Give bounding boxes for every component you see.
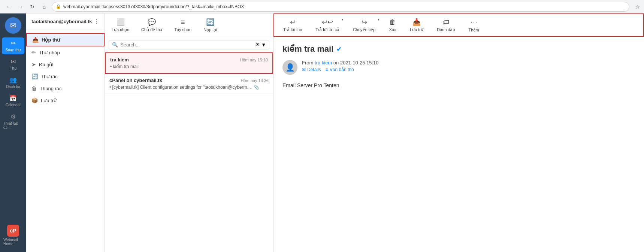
- email-detail-panel: ↩ Trả lời thu ↩↩ Trả lời tất cả ▼ ↪ Chuy…: [273, 13, 644, 252]
- reply-all-icon: ↩↩: [322, 18, 333, 26]
- email-item-1[interactable]: tra kiem Hôm nay 15:10 kiểm tra mail: [105, 52, 273, 74]
- dropdown-icon[interactable]: ▼: [261, 42, 266, 48]
- options-button[interactable]: ≡ Tuỳ chọn: [172, 17, 195, 34]
- sidebar-item-compose[interactable]: ✏ Soạn thư: [2, 37, 24, 54]
- email-list-panel: ⬜ Lựa chọn 💬 Chủ đề thư ≡ Tuỳ chọn 🔄 Nạp…: [105, 13, 273, 252]
- van-ban-tho-link[interactable]: ≡ Văn bản thô: [326, 67, 354, 72]
- search-bar: 🔍 ✉ ▼: [109, 40, 269, 49]
- archive-folder-icon: 📦: [31, 97, 38, 103]
- email-items: tra kiem Hôm nay 15:10 kiểm tra mail cPa…: [105, 52, 273, 252]
- folder-list: 📥 Hộp thư ✏ Thư nháp ➤ Đã gửi 🔄 Thư rác …: [26, 30, 105, 252]
- home-button[interactable]: ⌂: [40, 2, 49, 11]
- webmail-logo: cP: [7, 225, 19, 237]
- search-input[interactable]: [120, 42, 253, 48]
- settings-icon: ⚙: [10, 113, 16, 120]
- filter-icon[interactable]: ✉: [256, 42, 260, 48]
- mark-label: Đánh dấu: [437, 27, 455, 32]
- delete-label: Xóa: [389, 27, 396, 32]
- reply-all-dropdown-icon: ▼: [341, 18, 344, 21]
- subjects-label: Chủ đề thư: [141, 27, 162, 32]
- folder-sidebar: taotaikhoan@cybermail.tk ⋮ 📥 Hộp thư ✏ T…: [26, 13, 105, 252]
- folder-item-trash[interactable]: 🗑 Thùng rác: [26, 82, 105, 94]
- mark-button[interactable]: 🏷 Đánh dấu: [434, 17, 458, 34]
- address-bar[interactable]: 🔒 webmail.cybermail.tk/cpsess8013743030/…: [52, 2, 629, 12]
- email-item-2[interactable]: cPanel on cybermail.tk Hôm nay 13:36 [cy…: [105, 74, 273, 94]
- subjects-icon: 💬: [148, 18, 156, 26]
- forward-button[interactable]: →: [16, 2, 25, 11]
- browser-chrome: ← → ↻ ⌂ 🔒 webmail.cybermail.tk/cpsess801…: [0, 0, 644, 13]
- from-line: From tra kiem on 2021-10-25 15:10: [302, 60, 379, 66]
- email-subject-2: [cybermail.tk] Client configuration sett…: [109, 85, 269, 90]
- account-menu-button[interactable]: ⋮: [93, 18, 99, 25]
- sidebar-item-settings-label: Thiết lập cấ...: [3, 121, 23, 130]
- inbox-icon: 📥: [32, 37, 39, 43]
- sidebar-item-webmail-label: Webmail Home: [3, 238, 23, 246]
- more-icon: ⋯: [471, 18, 477, 27]
- reply-button[interactable]: ↩ Trả lời thu: [280, 16, 305, 34]
- account-email: taotaikhoan@cybermail.tk: [31, 19, 92, 24]
- email-subject-heading: kiểm tra mail: [282, 44, 333, 54]
- sidebar-item-mail[interactable]: ✉ Thư: [2, 56, 24, 73]
- details-label: Details: [307, 67, 321, 72]
- search-icons: ✉ ▼: [256, 42, 266, 48]
- reload-button[interactable]: ↻: [28, 2, 37, 11]
- meta-info: From tra kiem on 2021-10-25 15:10 ✉ Deta…: [302, 60, 379, 72]
- folder-drafts-label: Thư nháp: [39, 50, 60, 55]
- delete-icon: 🗑: [389, 18, 396, 26]
- details-link[interactable]: ✉ Details: [302, 67, 321, 72]
- folder-item-sent[interactable]: ➤ Đã gửi: [26, 58, 105, 70]
- folder-sent-label: Đã gửi: [39, 62, 53, 67]
- trash-icon: 🗑: [31, 85, 37, 91]
- folder-item-archive[interactable]: 📦 Lưu trữ: [26, 94, 105, 106]
- forward-button[interactable]: ↪ Chuyển tiếp ▼: [350, 16, 378, 34]
- calendar-icon: 📅: [9, 95, 17, 102]
- from-name[interactable]: tra kiem: [315, 60, 332, 66]
- sidebar-item-settings[interactable]: ⚙ Thiết lập cấ...: [2, 111, 24, 132]
- attachment-icon: 📎: [254, 85, 259, 90]
- sidebar-item-calendar-label: Calendar: [6, 103, 21, 107]
- reply-label: Trả lời thu: [283, 27, 302, 32]
- folder-header: taotaikhoan@cybermail.tk ⋮: [26, 13, 105, 30]
- folder-item-inbox[interactable]: 📥 Hộp thư: [26, 33, 105, 46]
- sidebar-item-contacts-label: Danh bạ: [6, 85, 20, 89]
- sidebar-item-webmail[interactable]: cP Webmail Home: [2, 222, 24, 248]
- detail-toolbar: ↩ Trả lời thu ↩↩ Trả lời tất cả ▼ ↪ Chuy…: [273, 13, 644, 37]
- folder-item-drafts[interactable]: ✏ Thư nháp: [26, 46, 105, 58]
- select-icon: ⬜: [117, 18, 125, 26]
- options-icon: ≡: [181, 18, 185, 26]
- junk-icon: 🔄: [31, 73, 38, 79]
- email-time-1: Hôm nay 15:10: [240, 58, 268, 62]
- van-ban-tho-icon: ≡: [326, 67, 328, 72]
- reply-all-button[interactable]: ↩↩ Trả lời tất cả ▼: [312, 16, 342, 34]
- forward-icon: ↪: [362, 18, 367, 26]
- folder-trash-label: Thùng rác: [40, 86, 62, 91]
- archive-icon: 📥: [412, 18, 421, 26]
- folder-item-junk[interactable]: 🔄 Thư rác: [26, 70, 105, 82]
- more-button[interactable]: ⋯ Thêm: [466, 17, 482, 34]
- bookmark-star-icon[interactable]: ☆: [635, 4, 640, 10]
- sidebar-item-contacts[interactable]: 👥 Danh bạ: [2, 74, 24, 91]
- delete-button[interactable]: 🗑 Xóa: [386, 17, 399, 33]
- app-container: ✉ ✏ Soạn thư ✉ Thư 👥 Danh bạ 📅 Calendar …: [0, 13, 644, 252]
- back-button[interactable]: ←: [4, 2, 13, 11]
- meta-links: ✉ Details ≡ Văn bản thô: [302, 67, 379, 72]
- email-sender-2: cPanel on cybermail.tk: [109, 78, 162, 83]
- refresh-label: Nạp lại: [203, 27, 217, 32]
- lock-icon: 🔒: [56, 4, 61, 9]
- subjects-button[interactable]: 💬 Chủ đề thư: [138, 16, 165, 34]
- verified-icon: ✔: [336, 46, 341, 53]
- archive-label: Lưu trữ: [410, 27, 423, 32]
- reply-all-label: Trả lời tất cả: [315, 27, 339, 32]
- select-label: Lựa chọn: [112, 27, 129, 32]
- from-label: From: [302, 60, 313, 66]
- select-button[interactable]: ⬜ Lựa chọn: [109, 16, 132, 34]
- email-body: Email Server Pro Tenten: [282, 82, 635, 88]
- forward-label: Chuyển tiếp: [353, 27, 375, 32]
- app-nav-sidebar: ✉ ✏ Soạn thư ✉ Thư 👥 Danh bạ 📅 Calendar …: [0, 13, 26, 252]
- sender-avatar: 👤: [282, 60, 297, 75]
- archive-button[interactable]: 📥 Lưu trữ: [407, 16, 426, 34]
- more-label: Thêm: [469, 28, 479, 32]
- sidebar-item-calendar[interactable]: 📅 Calendar: [2, 92, 24, 109]
- refresh-button[interactable]: 🔄 Nạp lại: [200, 16, 220, 34]
- from-on-label: on: [333, 60, 339, 66]
